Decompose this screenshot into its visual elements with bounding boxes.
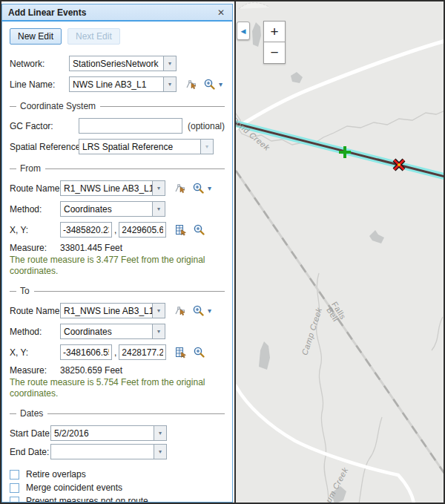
to-route-name-value: R1_NWS Line AB3_L1	[61, 304, 152, 318]
merge-coincident-events-row[interactable]: Merge coincident events	[10, 482, 225, 493]
to-measure-row: Measure: 38250.659 Feet	[10, 365, 225, 376]
chevron-down-icon[interactable]: ▾	[152, 181, 165, 195]
to-measure-value: 38250.659 Feet	[60, 365, 122, 376]
prevent-measures-label: Prevent measures not on route	[26, 496, 148, 502]
pick-coordinates-icon[interactable]	[175, 224, 187, 236]
select-on-map-icon[interactable]	[174, 183, 186, 194]
gc-factor-input[interactable]	[79, 118, 182, 134]
panel-titlebar: Add Linear Events ✕	[2, 4, 232, 22]
add-linear-events-panel: Add Linear Events ✕ New Edit Next Edit N…	[1, 4, 233, 503]
chevron-down-icon[interactable]: ▾	[152, 304, 165, 318]
panel-body: New Edit Next Edit Network: StationSerie…	[2, 22, 232, 502]
select-on-map-icon[interactable]	[185, 79, 197, 91]
spatial-reference-value: LRS Spatial Reference	[79, 140, 200, 154]
zoom-to-icon[interactable]	[192, 182, 205, 194]
to-route-name-row: Route Name: R1_NWS Line AB3_L1 ▾	[10, 303, 225, 318]
network-select[interactable]: StationSeriesNetwork ▾	[69, 56, 177, 71]
start-date-label: Start Date:	[10, 428, 50, 439]
to-xy-row: X, Y: ,	[10, 344, 225, 360]
zoom-options-chevron-icon[interactable]: ▾	[219, 80, 222, 88]
collapse-left-icon: ◀	[241, 27, 246, 35]
from-method-row: Method: Coordinates ▾	[10, 201, 225, 217]
select-on-map-icon[interactable]	[174, 305, 186, 317]
retire-overlaps-checkbox[interactable]	[10, 470, 19, 480]
zoom-to-icon[interactable]	[193, 346, 205, 359]
from-x-input[interactable]	[60, 222, 112, 238]
chevron-down-icon[interactable]: ▾	[152, 202, 165, 216]
to-x-input[interactable]	[60, 344, 112, 360]
xy-separator: ,	[114, 347, 116, 358]
to-method-select[interactable]: Coordinates ▾	[60, 324, 165, 339]
close-icon[interactable]: ✕	[216, 7, 226, 18]
to-xy-tools	[175, 346, 205, 359]
start-date-select[interactable]: 5/2/2016 ▾	[50, 425, 167, 441]
line-name-select[interactable]: NWS Line AB3_L1 ▾	[69, 76, 177, 92]
from-route-name-label: Route Name:	[10, 183, 60, 194]
end-date-select[interactable]: ▾	[50, 444, 167, 459]
pick-coordinates-icon[interactable]	[175, 347, 187, 359]
panel-title: Add Linear Events	[8, 7, 216, 18]
road-lines	[236, 41, 444, 503]
merge-coincident-events-checkbox[interactable]	[10, 483, 19, 493]
zoom-out-button[interactable]: −	[263, 42, 286, 64]
end-date-value	[51, 445, 154, 459]
gc-factor-row: GC Factor: (optional)	[10, 118, 225, 134]
prevent-measures-checkbox[interactable]	[10, 497, 19, 503]
chevron-down-icon[interactable]: ▾	[163, 77, 176, 91]
to-y-input[interactable]	[119, 344, 166, 360]
collapse-panel-button[interactable]: ◀	[237, 22, 250, 40]
line-name-label: Line Name:	[10, 79, 69, 90]
pond-polygons	[252, 22, 384, 503]
chevron-down-icon[interactable]: ▾	[152, 324, 165, 338]
retire-overlaps-row[interactable]: Retire overlaps	[10, 469, 225, 480]
zoom-in-button[interactable]: +	[263, 21, 286, 42]
start-date-row: Start Date: 5/2/2016 ▾	[10, 425, 225, 441]
end-date-row: End Date: ▾	[10, 444, 225, 459]
start-date-value: 5/2/2016	[51, 426, 154, 440]
from-method-select[interactable]: Coordinates ▾	[60, 201, 165, 217]
coordinate-system-separator: Coordinate System	[10, 101, 225, 111]
from-section-label: From	[20, 163, 41, 174]
line-name-tools: ▾	[185, 78, 222, 91]
from-route-name-select[interactable]: R1_NWS Line AB3_L1 ▾	[60, 180, 165, 196]
add-linear-events-app: Pond Creek Camp Creek Falls Bell um Cree…	[0, 0, 445, 504]
retire-overlaps-label: Retire overlaps	[26, 469, 86, 480]
spatial-reference-select[interactable]: LRS Spatial Reference ▾	[79, 139, 214, 154]
spatial-reference-row: Spatial Reference: LRS Spatial Reference…	[10, 139, 225, 154]
next-edit-button: Next Edit	[67, 28, 120, 45]
from-y-input[interactable]	[119, 222, 166, 238]
chevron-down-icon[interactable]: ▾	[154, 445, 166, 459]
gc-factor-label: GC Factor:	[10, 121, 79, 131]
chevron-down-icon[interactable]: ▾	[163, 56, 176, 71]
chevron-down-icon[interactable]: ▾	[154, 426, 166, 440]
from-route-name-row: Route Name: R1_NWS Line AB3_L1 ▾	[10, 180, 225, 196]
to-route-name-select[interactable]: R1_NWS Line AB3_L1 ▾	[60, 303, 165, 318]
zoom-control: + −	[263, 21, 286, 64]
chevron-down-icon: ▾	[200, 140, 213, 154]
to-method-label: Method:	[10, 327, 60, 337]
line-name-row: Line Name: NWS Line AB3_L1 ▾	[10, 76, 225, 92]
from-xy-row: X, Y: ,	[10, 222, 225, 238]
zoom-to-icon[interactable]	[203, 78, 216, 91]
new-edit-button[interactable]: New Edit	[10, 28, 62, 45]
gc-factor-hint: (optional)	[188, 121, 225, 131]
to-measure-label: Measure:	[10, 365, 60, 376]
zoom-options-chevron-icon[interactable]: ▾	[208, 307, 211, 315]
to-section-label: To	[20, 286, 30, 296]
from-route-tools: ▾	[174, 182, 211, 194]
to-separator: To	[10, 286, 225, 296]
prevent-measures-row[interactable]: Prevent measures not on route	[10, 496, 225, 502]
to-measure-message: The route measure is 5.754 Feet from the…	[10, 377, 225, 399]
network-label: Network:	[10, 59, 69, 69]
merge-coincident-events-label: Merge coincident events	[26, 482, 122, 493]
zoom-options-chevron-icon[interactable]: ▾	[208, 184, 211, 192]
to-method-row: Method: Coordinates ▾	[10, 324, 225, 339]
to-method-value: Coordinates	[61, 324, 152, 338]
to-xy-label: X, Y:	[10, 347, 60, 358]
from-xy-tools	[175, 223, 205, 236]
from-measure-message: The route measure is 3.477 Feet from the…	[10, 255, 225, 277]
zoom-to-icon[interactable]	[192, 304, 205, 317]
coordinate-system-section-label: Coordinate System	[20, 101, 96, 111]
zoom-to-icon[interactable]	[193, 223, 205, 236]
map-viewport[interactable]: Pond Creek Camp Creek Falls Bell um Cree…	[234, 1, 444, 503]
